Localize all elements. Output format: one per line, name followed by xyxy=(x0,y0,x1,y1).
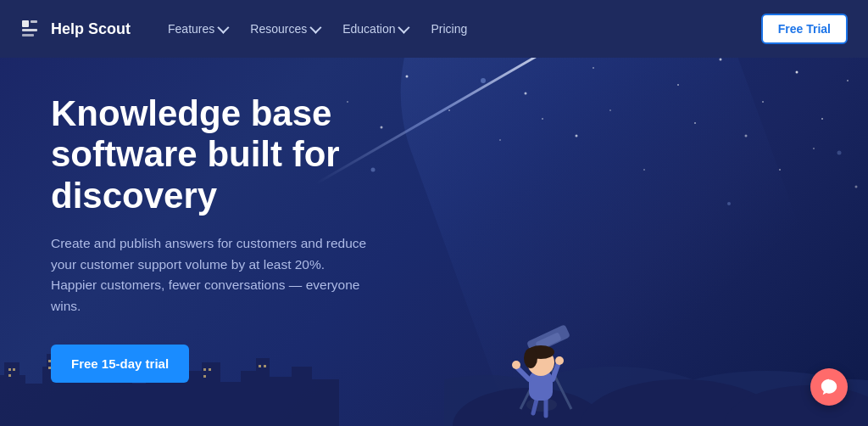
svg-rect-37 xyxy=(131,384,147,426)
logo[interactable]: Help Scout xyxy=(20,17,131,41)
nav-item-education[interactable]: Education xyxy=(332,15,417,42)
chat-icon xyxy=(820,378,838,396)
chevron-down-icon xyxy=(218,22,230,34)
svg-rect-87 xyxy=(22,34,34,36)
svg-point-79 xyxy=(524,348,537,368)
svg-point-22 xyxy=(779,169,781,171)
svg-rect-39 xyxy=(165,379,191,426)
nav-links: Features Resources Education Pricing xyxy=(158,15,761,42)
hero-content: Knowledge base software built for discov… xyxy=(51,93,458,383)
hero-subtitle: Create and publish answers for customers… xyxy=(51,233,373,317)
svg-rect-29 xyxy=(4,362,19,426)
svg-rect-48 xyxy=(8,368,11,371)
svg-point-10 xyxy=(847,80,849,81)
nav-item-pricing[interactable]: Pricing xyxy=(420,15,477,42)
svg-point-9 xyxy=(821,118,823,120)
navbar: Help Scout Features Resources Education … xyxy=(0,0,868,58)
svg-rect-47 xyxy=(310,379,339,426)
svg-rect-86 xyxy=(22,29,37,31)
hero-cta-button[interactable]: Free 15-day trial xyxy=(51,345,189,383)
hero-section: Knowledge base software built for discov… xyxy=(0,0,868,426)
free-trial-button[interactable]: Free Trial xyxy=(761,14,848,44)
nav-item-features[interactable]: Features xyxy=(158,15,236,42)
chevron-down-icon xyxy=(398,22,410,34)
chevron-down-icon xyxy=(310,22,322,34)
chat-bubble-button[interactable] xyxy=(810,368,848,406)
svg-rect-49 xyxy=(13,368,15,371)
svg-rect-50 xyxy=(8,374,11,377)
svg-point-23 xyxy=(855,186,858,188)
svg-rect-42 xyxy=(219,382,242,426)
logo-icon xyxy=(20,17,44,41)
svg-point-8 xyxy=(796,71,798,74)
svg-point-27 xyxy=(837,151,842,155)
svg-rect-33 xyxy=(58,379,83,426)
svg-point-82 xyxy=(512,361,520,369)
svg-point-16 xyxy=(813,148,815,149)
hero-title: Knowledge base software built for discov… xyxy=(51,93,458,216)
svg-rect-45 xyxy=(268,377,293,426)
telescope-person xyxy=(461,239,631,426)
logo-text: Help Scout xyxy=(51,20,131,38)
svg-rect-85 xyxy=(31,20,37,23)
nav-item-resources[interactable]: Resources xyxy=(240,15,329,42)
svg-rect-30 xyxy=(24,384,45,426)
svg-rect-84 xyxy=(22,20,29,27)
svg-point-83 xyxy=(555,356,564,365)
svg-point-7 xyxy=(762,101,764,103)
